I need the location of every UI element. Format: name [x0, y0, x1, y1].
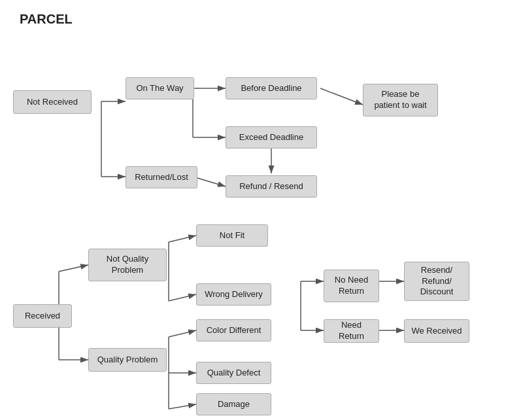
svg-line-15	[169, 294, 196, 301]
not-quality-problem-box: Not Quality Problem	[88, 249, 167, 281]
not-fit-box: Not Fit	[196, 224, 268, 247]
received-box: Received	[13, 304, 72, 328]
not-received-box: Not Received	[13, 90, 92, 114]
damage-box: Damage	[196, 393, 271, 415]
quality-defect-box: Quality Defect	[196, 362, 271, 384]
please-patient-box: Please be patient to wait	[363, 84, 438, 116]
quality-problem-box: Quality Problem	[88, 348, 167, 372]
returned-lost-box: Returned/Lost	[126, 166, 197, 188]
exceed-deadline-box: Exceed Deadline	[226, 126, 317, 149]
need-return-box: Need Return	[324, 319, 379, 343]
svg-line-14	[169, 236, 196, 242]
svg-line-17	[169, 330, 196, 337]
refund-resend-top-box: Refund / Resend	[226, 175, 317, 198]
svg-line-9	[193, 177, 226, 186]
svg-line-7	[320, 88, 363, 105]
no-need-return-box: No Need Return	[324, 270, 379, 302]
flowchart: Not Received On The Way Returned/Lost Be…	[0, 39, 523, 420]
before-deadline-box: Before Deadline	[226, 77, 317, 99]
resend-refund-discount-box: Resend/ Refund/ Discount	[404, 262, 469, 301]
svg-line-19	[169, 404, 196, 409]
color-different-box: Color Different	[196, 319, 271, 341]
we-received-box: We Received	[404, 319, 469, 343]
on-the-way-box: On The Way	[126, 77, 194, 99]
svg-line-11	[59, 265, 88, 271]
wrong-delivery-box: Wrong Delivery	[196, 283, 271, 306]
page-title: PARCEL	[20, 12, 73, 27]
